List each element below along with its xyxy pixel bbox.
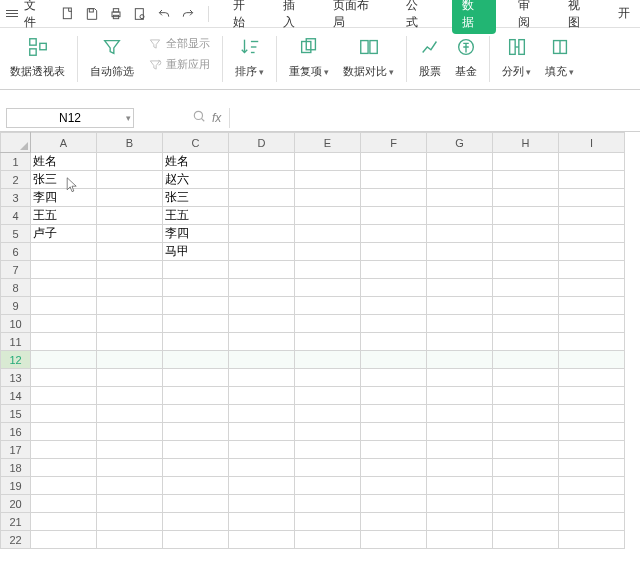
cell[interactable] <box>229 225 295 243</box>
row-header[interactable]: 18 <box>1 459 31 477</box>
cell[interactable] <box>163 387 229 405</box>
row-header[interactable]: 21 <box>1 513 31 531</box>
stock-button[interactable]: 股票 <box>413 34 447 85</box>
save-icon[interactable] <box>82 4 102 24</box>
tab-start[interactable]: 开始 <box>229 0 261 35</box>
cell[interactable] <box>361 531 427 549</box>
cell[interactable] <box>559 387 625 405</box>
cell[interactable] <box>427 477 493 495</box>
cell[interactable] <box>493 387 559 405</box>
dedup-button[interactable]: 重复项▾ <box>283 34 335 85</box>
cell[interactable] <box>229 531 295 549</box>
cell[interactable] <box>163 315 229 333</box>
sort-button[interactable]: 排序▾ <box>229 34 270 85</box>
splitcol-button[interactable]: 分列▾ <box>496 34 537 85</box>
cancel-fx-icon[interactable] <box>192 109 206 126</box>
cell[interactable] <box>427 423 493 441</box>
cell[interactable] <box>97 297 163 315</box>
cell[interactable] <box>31 315 97 333</box>
cell[interactable] <box>97 153 163 171</box>
cell[interactable] <box>295 261 361 279</box>
row-header[interactable]: 10 <box>1 315 31 333</box>
cell[interactable] <box>295 441 361 459</box>
spreadsheet-grid[interactable]: ABCDEFGHI1姓名姓名2张三赵六3李四张三4王五王五5卢子李四6马甲789… <box>0 132 625 549</box>
cell[interactable] <box>559 207 625 225</box>
fill-button[interactable]: 填充▾ <box>539 34 580 85</box>
cell[interactable] <box>559 477 625 495</box>
col-header[interactable]: D <box>229 133 295 153</box>
cell[interactable] <box>427 531 493 549</box>
cell[interactable] <box>361 477 427 495</box>
new-icon[interactable] <box>58 4 78 24</box>
cell[interactable] <box>559 171 625 189</box>
cell[interactable] <box>163 513 229 531</box>
fx-icon[interactable]: fx <box>212 111 221 125</box>
cell[interactable] <box>361 171 427 189</box>
cell[interactable] <box>427 297 493 315</box>
cell[interactable] <box>427 351 493 369</box>
cell[interactable] <box>97 171 163 189</box>
cell[interactable] <box>97 369 163 387</box>
cell[interactable] <box>163 531 229 549</box>
cell[interactable] <box>427 279 493 297</box>
cell[interactable] <box>229 297 295 315</box>
undo-icon[interactable] <box>154 4 174 24</box>
cell[interactable] <box>493 243 559 261</box>
cell[interactable] <box>559 261 625 279</box>
cell[interactable] <box>163 333 229 351</box>
row-header[interactable]: 13 <box>1 369 31 387</box>
cell[interactable] <box>427 189 493 207</box>
cell[interactable] <box>427 261 493 279</box>
compare-button[interactable]: 数据对比▾ <box>337 34 400 85</box>
cell[interactable] <box>559 495 625 513</box>
col-header[interactable]: C <box>163 133 229 153</box>
cell[interactable]: 马甲 <box>163 243 229 261</box>
cell[interactable] <box>31 405 97 423</box>
row-header[interactable]: 17 <box>1 441 31 459</box>
cell[interactable] <box>229 477 295 495</box>
formula-input[interactable] <box>229 108 640 128</box>
cell[interactable] <box>427 225 493 243</box>
cell[interactable] <box>163 459 229 477</box>
cell[interactable] <box>295 279 361 297</box>
cell[interactable] <box>361 495 427 513</box>
col-header[interactable]: E <box>295 133 361 153</box>
cell[interactable] <box>97 333 163 351</box>
cell[interactable] <box>361 153 427 171</box>
row-header[interactable]: 19 <box>1 477 31 495</box>
row-header[interactable]: 6 <box>1 243 31 261</box>
cell[interactable] <box>559 333 625 351</box>
cell[interactable] <box>559 189 625 207</box>
cell[interactable] <box>559 369 625 387</box>
cell[interactable] <box>97 315 163 333</box>
cell[interactable] <box>295 495 361 513</box>
cell[interactable] <box>295 405 361 423</box>
cell[interactable] <box>31 441 97 459</box>
cell[interactable] <box>295 333 361 351</box>
cell[interactable] <box>229 261 295 279</box>
cell[interactable] <box>559 153 625 171</box>
cell[interactable] <box>163 477 229 495</box>
cell[interactable] <box>559 225 625 243</box>
cell[interactable] <box>427 405 493 423</box>
cell[interactable] <box>295 171 361 189</box>
cell[interactable] <box>229 189 295 207</box>
cell[interactable] <box>361 225 427 243</box>
cell[interactable] <box>229 171 295 189</box>
cell[interactable] <box>295 369 361 387</box>
cell[interactable] <box>493 441 559 459</box>
cell[interactable] <box>31 261 97 279</box>
cell[interactable] <box>493 297 559 315</box>
row-header[interactable]: 14 <box>1 387 31 405</box>
cell[interactable] <box>31 243 97 261</box>
cell[interactable] <box>361 513 427 531</box>
cell[interactable] <box>361 189 427 207</box>
cell[interactable] <box>361 369 427 387</box>
cell[interactable] <box>559 243 625 261</box>
cell[interactable] <box>97 531 163 549</box>
row-header[interactable]: 9 <box>1 297 31 315</box>
fund-button[interactable]: 基金 <box>449 34 483 85</box>
cell[interactable] <box>361 243 427 261</box>
row-header[interactable]: 11 <box>1 333 31 351</box>
cell[interactable] <box>97 207 163 225</box>
